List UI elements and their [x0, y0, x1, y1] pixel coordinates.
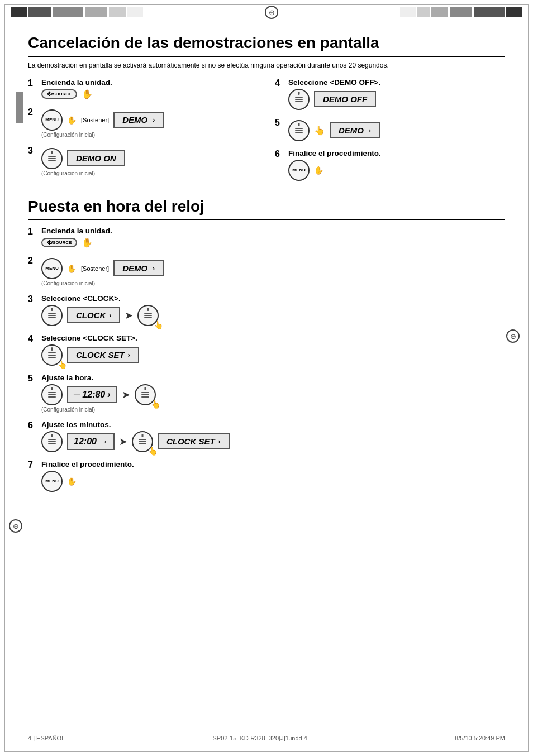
s2-step2-number: 2 [28, 256, 38, 266]
header-block-r5 [474, 7, 505, 17]
header-block-r1 [400, 7, 416, 17]
s2-step7-number: 7 [28, 460, 38, 470]
s2-tuning-3b: 👆 [137, 305, 159, 326]
compass-icon-center: ⊕ [265, 6, 278, 19]
step6-content: MENU ✋ [288, 160, 505, 181]
demo-on-display: DEMO ON [67, 150, 125, 166]
step6-number: 6 [275, 149, 285, 159]
step5-body: 👆 DEMO › [288, 118, 505, 141]
footer-page-lang: 4 | ESPAÑOL [28, 735, 65, 741]
step4-label: Seleccione <DEMO OFF>. [288, 78, 505, 87]
s2-step4-content: 👆 CLOCK SET › [41, 344, 505, 366]
s2-step6-body: Ajuste los minutos. 12:00 → ➤ [41, 420, 505, 452]
sostener-label: [Sostener] [81, 117, 109, 123]
footer-filename: SP02-15_KD-R328_320[J]1.indd 4 [212, 735, 307, 741]
step1-body: Encienda la unidad. ⏻/SOURCE ✋ [41, 78, 258, 99]
page-number: 4 [28, 735, 31, 741]
header-block-3 [53, 7, 83, 17]
s2-step6-label: Ajuste los minutos. [41, 420, 505, 429]
tuning-knob-3 [41, 148, 63, 169]
demo-display-2: DEMO › [330, 122, 380, 138]
header-block-4 [85, 7, 107, 17]
s2-step1-body: Encienda la unidad. ⏻/SOURCE ✋ [41, 227, 505, 248]
config-inicial-1: (Configuración inicial) [41, 132, 258, 138]
s2-tuning-4: 👆 [41, 344, 63, 366]
header-blocks-right [400, 7, 522, 17]
margin-decoration [16, 92, 23, 123]
s2-step-1: 1 Encienda la unidad. ⏻/SOURCE ✋ [28, 227, 505, 248]
footer-language: ESPAÑOL [36, 735, 65, 741]
left-compass: ⊕ [9, 519, 22, 533]
step-2: 2 MENU ✋ [Sostener] DEMO › [28, 107, 258, 138]
s2-step7-content: MENU ✋ [41, 471, 505, 492]
section1-left-col: 1 Encienda la unidad. ⏻/SOURCE ✋ 2 [28, 78, 258, 189]
s2-step3-body: Seleccione <CLOCK>. CLOCK › ➤ [41, 294, 505, 326]
step3-body: DEMO ON (Configuración inicial) [41, 146, 258, 176]
s2-step-6: 6 Ajuste los minutos. 12:00 → [28, 420, 505, 452]
s2-step-2: 2 MENU ✋ [Sostener] DEMO › (Configuració… [28, 256, 505, 286]
step-1: 1 Encienda la unidad. ⏻/SOURCE ✋ [28, 78, 258, 99]
s2-step4-body: Seleccione <CLOCK SET>. 👆 CLOCK SET › [41, 334, 505, 366]
s2-step5-number: 5 [28, 374, 38, 384]
header-block-r2 [417, 7, 430, 17]
header-strip: ⊕ [0, 0, 533, 22]
header-block-r6 [506, 7, 522, 17]
s2-clock-display: CLOCK › [67, 307, 120, 323]
menu-knob: MENU [41, 109, 63, 131]
s2-hand-2: ✋ [67, 264, 77, 273]
step5-number: 5 [275, 118, 285, 128]
s2-step1-label: Encienda la unidad. [41, 227, 505, 235]
s2-menu-knob: MENU [41, 258, 63, 279]
s2-sostener: [Sostener] [81, 265, 109, 272]
step-4: 4 Seleccione <DEMO OFF>. [275, 78, 505, 110]
step-3: 3 DEMO ON [28, 146, 258, 176]
knob-lines-4 [295, 97, 303, 102]
s2-source-button: ⏻/SOURCE [41, 238, 77, 247]
step3-content: DEMO ON [41, 148, 258, 169]
s2-step4-number: 4 [28, 334, 38, 344]
s2-clock-set-display: CLOCK SET › [67, 347, 139, 363]
hand-icon-4: 👆 [58, 360, 67, 369]
s2-step7-label: Finalice el procedimiento. [41, 460, 505, 468]
s2-tuning-6 [41, 431, 63, 452]
s2-step-7: 7 Finalice el procedimiento. MENU ✋ [28, 460, 505, 492]
section1-steps: 1 Encienda la unidad. ⏻/SOURCE ✋ 2 [28, 78, 505, 189]
s2-tuning-3 [41, 305, 63, 326]
s2-step2-content: MENU ✋ [Sostener] DEMO › [41, 258, 505, 279]
hand-icon-1: ✋ [82, 89, 93, 99]
s2-step3-content: CLOCK › ➤ 👆 [41, 305, 505, 326]
s2-config-inicial: (Configuración inicial) [41, 280, 505, 286]
s2-time-display-1: ─ 12:80 › [67, 386, 117, 403]
s2-step-5: 5 Ajuste la hora. ─ 12:80 › [28, 374, 505, 413]
source-button: ⏻/SOURCE [41, 89, 77, 99]
hand-icon-5: 👆 [314, 125, 325, 136]
header-block-5 [109, 7, 126, 17]
header-block-6 [127, 7, 143, 17]
step2-body: MENU ✋ [Sostener] DEMO › (Configuración … [41, 107, 258, 138]
s2-step3-number: 3 [28, 294, 38, 304]
step4-body: Seleccione <DEMO OFF>. DEMO OFF [288, 78, 505, 110]
demo-display: DEMO › [113, 112, 164, 128]
step6-body: Finalice el procedimiento. MENU ✋ [288, 149, 505, 181]
menu-knob-6: MENU [288, 160, 310, 181]
s2-step5-body: Ajuste la hora. ─ 12:80 › ➤ [41, 374, 505, 413]
knob-lines-5 [295, 128, 303, 133]
section-reloj: Puesta en hora del reloj 1 Encienda la u… [28, 198, 505, 492]
step4-content: DEMO OFF [288, 89, 505, 110]
step3-number: 3 [28, 146, 38, 156]
s2-step7-body: Finalice el procedimiento. MENU ✋ [41, 460, 505, 492]
footer-date: 8/5/10 5:20:49 PM [455, 735, 505, 741]
s2-demo-display: DEMO › [113, 260, 164, 276]
step-5: 5 👆 DEMO [275, 118, 505, 141]
step6-label: Finalice el procedimiento. [288, 149, 505, 157]
s2-step-4: 4 Seleccione <CLOCK SET>. 👆 CLOCK SET [28, 334, 505, 366]
step5-content: 👆 DEMO › [288, 120, 505, 141]
footer-separator: | [33, 735, 35, 741]
step1-number: 1 [28, 78, 38, 88]
hand-icon-3b: 👆 [154, 320, 163, 329]
header-block-r4 [450, 7, 472, 17]
tuning-knob-4 [288, 89, 310, 110]
s2-step3-label: Seleccione <CLOCK>. [41, 294, 505, 303]
s2-step2-body: MENU ✋ [Sostener] DEMO › (Configuración … [41, 256, 505, 286]
s2-step1-number: 1 [28, 227, 38, 237]
